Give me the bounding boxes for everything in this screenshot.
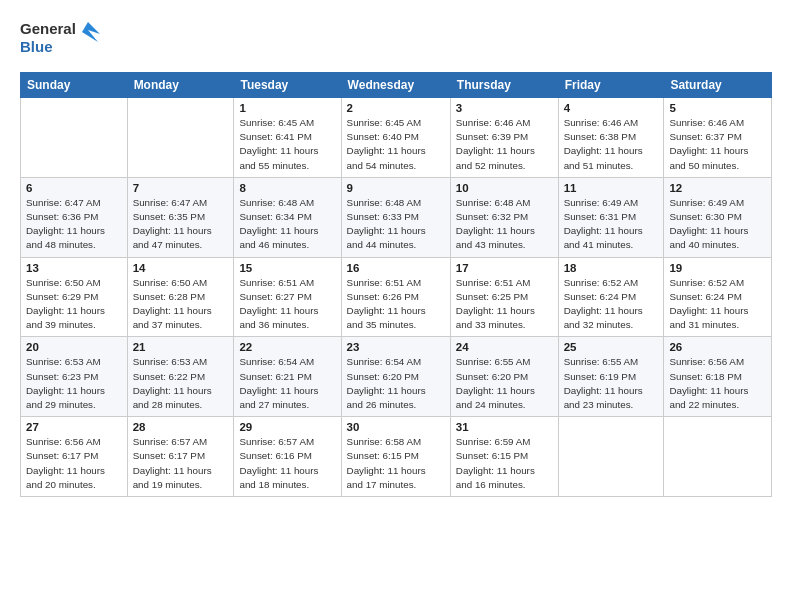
week-row-4: 20Sunrise: 6:53 AMSunset: 6:23 PMDayligh… — [21, 337, 772, 417]
day-info: Sunrise: 6:48 AMSunset: 6:32 PMDaylight:… — [456, 196, 553, 253]
calendar-cell: 30Sunrise: 6:58 AMSunset: 6:15 PMDayligh… — [341, 417, 450, 497]
calendar-cell: 9Sunrise: 6:48 AMSunset: 6:33 PMDaylight… — [341, 177, 450, 257]
calendar-cell: 29Sunrise: 6:57 AMSunset: 6:16 PMDayligh… — [234, 417, 341, 497]
weekday-header-sunday: Sunday — [21, 73, 128, 98]
weekday-header-saturday: Saturday — [664, 73, 772, 98]
weekday-header-thursday: Thursday — [450, 73, 558, 98]
day-number: 11 — [564, 182, 659, 194]
day-number: 5 — [669, 102, 766, 114]
calendar-cell: 15Sunrise: 6:51 AMSunset: 6:27 PMDayligh… — [234, 257, 341, 337]
calendar-cell: 5Sunrise: 6:46 AMSunset: 6:37 PMDaylight… — [664, 98, 772, 178]
day-number: 26 — [669, 341, 766, 353]
day-number: 10 — [456, 182, 553, 194]
day-info: Sunrise: 6:55 AMSunset: 6:20 PMDaylight:… — [456, 355, 553, 412]
day-info: Sunrise: 6:48 AMSunset: 6:34 PMDaylight:… — [239, 196, 335, 253]
day-info: Sunrise: 6:48 AMSunset: 6:33 PMDaylight:… — [347, 196, 445, 253]
week-row-2: 6Sunrise: 6:47 AMSunset: 6:36 PMDaylight… — [21, 177, 772, 257]
calendar-cell: 11Sunrise: 6:49 AMSunset: 6:31 PMDayligh… — [558, 177, 664, 257]
day-number: 9 — [347, 182, 445, 194]
svg-marker-2 — [82, 22, 100, 42]
calendar-cell: 31Sunrise: 6:59 AMSunset: 6:15 PMDayligh… — [450, 417, 558, 497]
day-number: 12 — [669, 182, 766, 194]
calendar-cell: 20Sunrise: 6:53 AMSunset: 6:23 PMDayligh… — [21, 337, 128, 417]
day-info: Sunrise: 6:57 AMSunset: 6:17 PMDaylight:… — [133, 435, 229, 492]
day-number: 17 — [456, 262, 553, 274]
day-number: 31 — [456, 421, 553, 433]
weekday-header-row: SundayMondayTuesdayWednesdayThursdayFrid… — [21, 73, 772, 98]
day-info: Sunrise: 6:46 AMSunset: 6:38 PMDaylight:… — [564, 116, 659, 173]
calendar-cell: 7Sunrise: 6:47 AMSunset: 6:35 PMDaylight… — [127, 177, 234, 257]
logo-svg: General Blue — [20, 16, 100, 60]
day-info: Sunrise: 6:45 AMSunset: 6:41 PMDaylight:… — [239, 116, 335, 173]
calendar-cell: 2Sunrise: 6:45 AMSunset: 6:40 PMDaylight… — [341, 98, 450, 178]
day-info: Sunrise: 6:47 AMSunset: 6:35 PMDaylight:… — [133, 196, 229, 253]
day-number: 8 — [239, 182, 335, 194]
calendar-cell: 21Sunrise: 6:53 AMSunset: 6:22 PMDayligh… — [127, 337, 234, 417]
week-row-1: 1Sunrise: 6:45 AMSunset: 6:41 PMDaylight… — [21, 98, 772, 178]
day-number: 23 — [347, 341, 445, 353]
day-number: 4 — [564, 102, 659, 114]
calendar-cell: 6Sunrise: 6:47 AMSunset: 6:36 PMDaylight… — [21, 177, 128, 257]
day-number: 14 — [133, 262, 229, 274]
day-info: Sunrise: 6:51 AMSunset: 6:27 PMDaylight:… — [239, 276, 335, 333]
day-number: 21 — [133, 341, 229, 353]
calendar-cell: 1Sunrise: 6:45 AMSunset: 6:41 PMDaylight… — [234, 98, 341, 178]
day-info: Sunrise: 6:56 AMSunset: 6:17 PMDaylight:… — [26, 435, 122, 492]
logo: General Blue — [20, 16, 100, 60]
day-number: 2 — [347, 102, 445, 114]
weekday-header-tuesday: Tuesday — [234, 73, 341, 98]
calendar-cell: 23Sunrise: 6:54 AMSunset: 6:20 PMDayligh… — [341, 337, 450, 417]
day-info: Sunrise: 6:45 AMSunset: 6:40 PMDaylight:… — [347, 116, 445, 173]
calendar-cell: 14Sunrise: 6:50 AMSunset: 6:28 PMDayligh… — [127, 257, 234, 337]
weekday-header-monday: Monday — [127, 73, 234, 98]
calendar-cell: 26Sunrise: 6:56 AMSunset: 6:18 PMDayligh… — [664, 337, 772, 417]
calendar-cell — [21, 98, 128, 178]
day-number: 15 — [239, 262, 335, 274]
day-info: Sunrise: 6:52 AMSunset: 6:24 PMDaylight:… — [669, 276, 766, 333]
day-info: Sunrise: 6:57 AMSunset: 6:16 PMDaylight:… — [239, 435, 335, 492]
day-number: 25 — [564, 341, 659, 353]
day-number: 18 — [564, 262, 659, 274]
day-info: Sunrise: 6:46 AMSunset: 6:37 PMDaylight:… — [669, 116, 766, 173]
page: General Blue SundayMondayTuesdayWednesda… — [0, 0, 792, 612]
weekday-header-wednesday: Wednesday — [341, 73, 450, 98]
day-number: 29 — [239, 421, 335, 433]
day-number: 6 — [26, 182, 122, 194]
calendar-cell — [664, 417, 772, 497]
day-number: 7 — [133, 182, 229, 194]
calendar-cell — [127, 98, 234, 178]
calendar-cell — [558, 417, 664, 497]
day-number: 19 — [669, 262, 766, 274]
calendar-cell: 3Sunrise: 6:46 AMSunset: 6:39 PMDaylight… — [450, 98, 558, 178]
calendar-cell: 27Sunrise: 6:56 AMSunset: 6:17 PMDayligh… — [21, 417, 128, 497]
day-number: 16 — [347, 262, 445, 274]
calendar-cell: 22Sunrise: 6:54 AMSunset: 6:21 PMDayligh… — [234, 337, 341, 417]
calendar-cell: 24Sunrise: 6:55 AMSunset: 6:20 PMDayligh… — [450, 337, 558, 417]
day-info: Sunrise: 6:49 AMSunset: 6:30 PMDaylight:… — [669, 196, 766, 253]
day-info: Sunrise: 6:53 AMSunset: 6:22 PMDaylight:… — [133, 355, 229, 412]
day-info: Sunrise: 6:50 AMSunset: 6:29 PMDaylight:… — [26, 276, 122, 333]
day-number: 28 — [133, 421, 229, 433]
day-info: Sunrise: 6:46 AMSunset: 6:39 PMDaylight:… — [456, 116, 553, 173]
day-info: Sunrise: 6:49 AMSunset: 6:31 PMDaylight:… — [564, 196, 659, 253]
day-info: Sunrise: 6:51 AMSunset: 6:26 PMDaylight:… — [347, 276, 445, 333]
day-info: Sunrise: 6:50 AMSunset: 6:28 PMDaylight:… — [133, 276, 229, 333]
day-number: 30 — [347, 421, 445, 433]
day-info: Sunrise: 6:53 AMSunset: 6:23 PMDaylight:… — [26, 355, 122, 412]
calendar-cell: 16Sunrise: 6:51 AMSunset: 6:26 PMDayligh… — [341, 257, 450, 337]
calendar-cell: 19Sunrise: 6:52 AMSunset: 6:24 PMDayligh… — [664, 257, 772, 337]
weekday-header-friday: Friday — [558, 73, 664, 98]
calendar-cell: 10Sunrise: 6:48 AMSunset: 6:32 PMDayligh… — [450, 177, 558, 257]
calendar-cell: 12Sunrise: 6:49 AMSunset: 6:30 PMDayligh… — [664, 177, 772, 257]
day-number: 20 — [26, 341, 122, 353]
day-number: 3 — [456, 102, 553, 114]
week-row-3: 13Sunrise: 6:50 AMSunset: 6:29 PMDayligh… — [21, 257, 772, 337]
day-info: Sunrise: 6:54 AMSunset: 6:20 PMDaylight:… — [347, 355, 445, 412]
day-number: 1 — [239, 102, 335, 114]
day-number: 27 — [26, 421, 122, 433]
header: General Blue — [20, 16, 772, 60]
svg-text:General: General — [20, 20, 76, 37]
day-number: 24 — [456, 341, 553, 353]
calendar-cell: 17Sunrise: 6:51 AMSunset: 6:25 PMDayligh… — [450, 257, 558, 337]
calendar-table: SundayMondayTuesdayWednesdayThursdayFrid… — [20, 72, 772, 497]
